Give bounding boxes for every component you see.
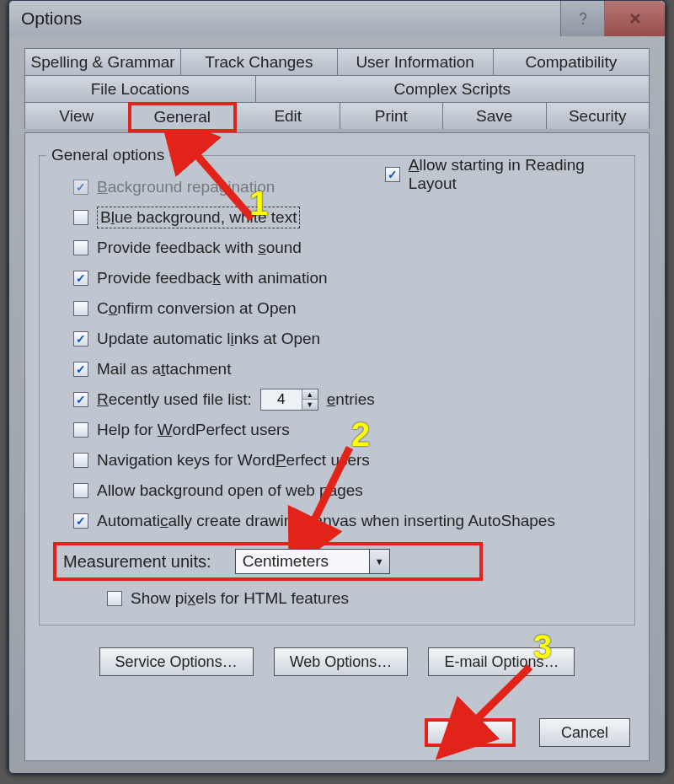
tab-user-information[interactable]: User Information (337, 48, 494, 75)
measurement-value: Centimeters (236, 552, 369, 571)
spin-up[interactable]: ▲ (302, 389, 318, 400)
cancel-button[interactable]: Cancel (539, 718, 630, 747)
recent-files-value[interactable] (261, 390, 302, 409)
tab-print[interactable]: Print (340, 102, 444, 129)
opt-label: Show pixels for HTML features (131, 589, 349, 608)
close-icon (627, 10, 644, 27)
recent-files-spin[interactable]: ▲ ▼ (260, 389, 318, 411)
checkbox-icon (73, 362, 88, 377)
opt-label: Allow background open of web pages (97, 481, 363, 500)
opt-label: Provide feedback with animation (97, 269, 328, 287)
checkbox-icon (73, 453, 88, 468)
tab-complex-scripts[interactable]: Complex Scripts (255, 75, 650, 102)
opt-label: Automatically create drawing canvas when… (97, 512, 555, 530)
close-button[interactable] (604, 1, 665, 36)
tab-spelling-grammar[interactable]: Spelling & Grammar (24, 48, 181, 75)
service-options-button[interactable]: Service Options… (99, 647, 254, 676)
checkbox-icon (73, 271, 88, 286)
dialog-buttons: OK Cancel (425, 718, 630, 747)
opt-show-pixels[interactable]: Show pixels for HTML features (53, 586, 621, 611)
opt-update-links[interactable]: Update automatic links at Open (73, 326, 621, 352)
options-buttons-row: Service Options… Web Options… E-mail Opt… (44, 647, 630, 676)
email-options-button[interactable]: E-mail Options… (428, 647, 575, 676)
checkbox-icon (73, 392, 88, 407)
opt-blue-background[interactable]: Blue background, white text (73, 205, 621, 230)
opt-label: Navigation keys for WordPerfect users (97, 451, 370, 470)
checkbox-icon (73, 180, 88, 195)
checkbox-icon (73, 240, 88, 255)
entries-label: entries (327, 390, 375, 409)
opt-label: Blue background, white text (97, 207, 300, 228)
tab-strip: Spelling & Grammar Track Changes User In… (24, 48, 650, 132)
measurement-units-row: Measurement units: Centimeters ▼ (53, 542, 483, 581)
opt-label: Help for WordPerfect users (97, 421, 290, 439)
opt-label: Provide feedback with sound (97, 239, 302, 257)
tab-panel: General options Background repagination … (24, 132, 650, 761)
checkbox-icon (385, 167, 400, 182)
checkbox-icon (73, 513, 88, 529)
tab-view[interactable]: View (24, 102, 129, 129)
checkbox-icon (73, 483, 88, 498)
help-button[interactable] (560, 1, 604, 36)
checkbox-icon (107, 591, 122, 606)
web-options-button[interactable]: Web Options… (274, 647, 409, 676)
opt-label: Background repagination (97, 178, 275, 196)
opt-feedback-animation[interactable]: Provide feedback with animation (73, 266, 621, 291)
spin-buttons: ▲ ▼ (302, 389, 318, 410)
measurement-label: Measurement units: (63, 552, 211, 572)
opt-label: Update automatic links at Open (97, 330, 320, 348)
client-area: Spelling & Grammar Track Changes User In… (24, 48, 650, 761)
options-dialog: Options Spelling & Grammar Track Changes… (8, 0, 666, 774)
tab-save[interactable]: Save (442, 102, 547, 129)
measurement-units-combo[interactable]: Centimeters ▼ (235, 549, 390, 574)
dialog-title: Options (21, 8, 82, 29)
titlebar: Options (9, 1, 665, 36)
checkbox-icon (73, 331, 88, 346)
opt-label: Mail as attachment (97, 360, 231, 379)
tab-track-changes[interactable]: Track Changes (180, 48, 337, 75)
tab-file-locations[interactable]: File Locations (24, 75, 256, 102)
opt-label: Allow starting in Reading Layout (409, 156, 634, 193)
general-options-group: General options Background repagination … (39, 155, 635, 626)
tab-security[interactable]: Security (546, 102, 650, 129)
help-icon (575, 10, 591, 27)
opt-auto-canvas[interactable]: Automatically create drawing canvas when… (73, 508, 621, 534)
window-buttons (560, 1, 665, 36)
spin-down[interactable]: ▼ (302, 400, 318, 410)
checkbox-icon (73, 210, 88, 225)
opt-confirm-conversion[interactable]: Confirm conversion at Open (73, 296, 621, 321)
opt-mail-attachment[interactable]: Mail as attachment (73, 357, 621, 382)
opt-reading-layout[interactable]: Allow starting in Reading Layout (385, 156, 634, 193)
svg-point-0 (581, 23, 583, 24)
tab-compatibility[interactable]: Compatibility (493, 48, 650, 75)
options-column: Background repagination Blue background,… (53, 175, 621, 534)
opt-wp-help[interactable]: Help for WordPerfect users (73, 417, 621, 443)
checkbox-icon (73, 301, 88, 316)
ok-button[interactable]: OK (425, 718, 516, 747)
tab-edit[interactable]: Edit (236, 102, 340, 129)
chevron-down-icon: ▼ (369, 550, 389, 573)
checkbox-icon (73, 422, 88, 438)
tab-general[interactable]: General (128, 102, 238, 132)
opt-bg-web-open[interactable]: Allow background open of web pages (73, 478, 621, 503)
opt-recent-files[interactable]: Recently used file list: ▲ ▼ entries (73, 387, 621, 412)
opt-label: Confirm conversion at Open (97, 299, 297, 318)
opt-feedback-sound[interactable]: Provide feedback with sound (73, 235, 621, 260)
opt-label: Recently used file list: (97, 390, 252, 409)
group-legend: General options (46, 146, 169, 164)
opt-wp-nav[interactable]: Navigation keys for WordPerfect users (73, 448, 621, 473)
